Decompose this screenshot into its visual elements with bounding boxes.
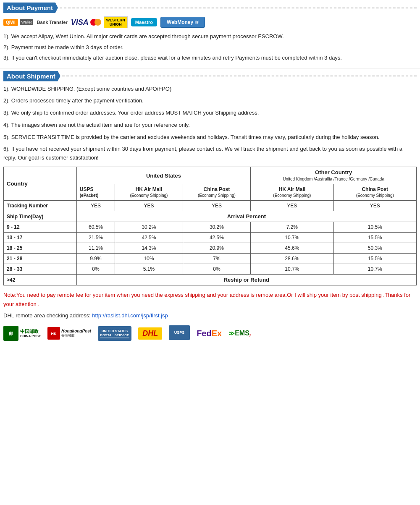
- col-us: United States: [76, 167, 250, 184]
- percent-cell: 10.7%: [333, 264, 416, 275]
- svg-text:HK: HK: [51, 332, 57, 336]
- percent-cell: 10.7%: [251, 264, 333, 275]
- qiwi-wallet-label: Wallet: [20, 19, 34, 25]
- percent-cell: 30.2%: [115, 222, 183, 233]
- us-method-col: China Post(Economy Shipping): [183, 184, 250, 201]
- tracking-label: Tracking Number: [4, 201, 77, 211]
- fedex-ex: Ex: [212, 329, 222, 338]
- payment-header-line: [60, 8, 417, 8]
- usps-eagle-svg: USPS: [169, 325, 190, 340]
- payment-header-label: About Payment: [3, 3, 58, 13]
- shipment-text-1: 1). WORLDWIDE SHIPPING. (Except some cou…: [3, 85, 417, 94]
- shipping-table: Country United States Other Country Unit…: [3, 167, 417, 285]
- bottom-logos: 邮 中国邮政 CHINA POST HK HongkongPost 香港郵政 U…: [3, 324, 417, 343]
- shipment-section: About Shipment 1). WORLDWIDE SHIPPING. (…: [0, 68, 420, 347]
- table-row: >42Reship or Refund: [4, 275, 417, 285]
- ems-logo: ≫EMS,: [228, 330, 251, 337]
- us-method-col: USPS(ePacket): [76, 184, 115, 201]
- days-cell: 13 - 17: [4, 233, 77, 243]
- qiwi-icon: QIWI: [3, 19, 18, 26]
- shiptime-label: Ship Time(Day): [4, 211, 77, 222]
- chinapost-logo: 邮 中国邮政 CHINA POST: [3, 326, 41, 341]
- arrival-percent-label: Arrival Percent: [76, 211, 416, 222]
- svg-text:USPS: USPS: [174, 330, 185, 335]
- webmoney-logo: WebMoney ≋: [160, 17, 205, 28]
- bank-transfer-logo: Bank Transfer: [37, 20, 67, 25]
- usps-logo: UNITED STATES POSTAL SERVICE: [98, 326, 131, 341]
- svg-text:邮: 邮: [9, 331, 13, 336]
- svg-text:UNITED STATES: UNITED STATES: [102, 329, 128, 333]
- shipment-text-6: 6). If you have not received your shipme…: [3, 145, 417, 162]
- table-row: 28 - 330%5.1%0%10.7%10.7%: [4, 264, 417, 275]
- fedex-fe: Fed: [197, 329, 212, 338]
- percent-cell: 0%: [183, 264, 250, 275]
- mastercard-logo: [90, 18, 102, 26]
- percent-cell: 21.5%: [76, 233, 115, 243]
- percent-cell: 14.3%: [115, 243, 183, 254]
- percent-cell: 15.5%: [333, 254, 416, 264]
- table-row: 9 - 1260.5%30.2%30.2%7.2%10.5%: [4, 222, 417, 233]
- col-other: Other Country United Kingdom /Australlia…: [251, 167, 417, 184]
- percent-cell: 10.5%: [333, 222, 416, 233]
- note-text: Note:You need to pay remote fee for your…: [3, 290, 417, 309]
- col-country: Country: [4, 167, 77, 201]
- shipment-text: 1). WORLDWIDE SHIPPING. (Except some cou…: [3, 85, 417, 163]
- dhl-link-text: DHL remote area checking address: http:/…: [3, 312, 417, 319]
- tracking-value: YES: [183, 201, 250, 211]
- payment-text-3: 3). If you can't checkout immediately af…: [3, 54, 417, 62]
- shipment-text-5: 5). SERVICE TRANSIT TIME is provided by …: [3, 133, 417, 142]
- percent-cell: 10%: [115, 254, 183, 264]
- percent-cell: 15.5%: [333, 233, 416, 243]
- shipment-text-3: 3). We only ship to confirmed order addr…: [3, 109, 417, 118]
- reship-cell: Reship or Refund: [76, 275, 416, 285]
- percent-cell: 28.6%: [251, 254, 333, 264]
- percent-cell: 7.2%: [251, 222, 333, 233]
- days-cell: 9 - 12: [4, 222, 77, 233]
- percent-cell: 20.9%: [183, 243, 250, 254]
- western-union-logo: WESTERNUNION: [104, 16, 128, 28]
- payment-text: 1). We accept Alipay, West Union. All ma…: [3, 32, 417, 62]
- shipment-header-line: [62, 76, 417, 76]
- tracking-value: YES: [251, 201, 333, 211]
- dhl-url[interactable]: http://raslist.dhl.com/jsp/first.jsp: [92, 312, 168, 319]
- us-method-col: HK Air Mail(Economy Shipping): [115, 184, 183, 201]
- percent-cell: 7%: [183, 254, 250, 264]
- payment-text-1: 1). We accept Alipay, West Union. All ma…: [3, 32, 417, 41]
- qiwi-logo-group: QIWI Wallet: [3, 19, 33, 26]
- hkpost-icon-svg: HK: [47, 327, 60, 340]
- hkpost-logo: HK HongkongPost 香港郵政: [47, 327, 91, 340]
- percent-cell: 0%: [76, 264, 115, 275]
- visa-logo: VISA: [71, 18, 89, 27]
- percent-cell: 11.1%: [76, 243, 115, 254]
- payment-logos: QIWI Wallet Bank Transfer VISA WESTERNUN…: [3, 16, 417, 28]
- percent-cell: 42.5%: [115, 233, 183, 243]
- percent-cell: 10.7%: [251, 233, 333, 243]
- hkpost-label: HongkongPost 香港郵政: [61, 329, 91, 338]
- other-method-col: HK Air Mail(Economy Shipping): [251, 184, 333, 201]
- percent-cell: 45.6%: [251, 243, 333, 254]
- chinapost-icon-svg: 邮: [3, 326, 18, 341]
- maestro-logo: Maestro: [131, 18, 157, 26]
- tracking-value: YES: [333, 201, 416, 211]
- shipment-header: About Shipment: [3, 71, 417, 81]
- shipment-text-4: 4). The images shown are not the actual …: [3, 121, 417, 130]
- percent-cell: 60.5%: [76, 222, 115, 233]
- percent-cell: 9.9%: [76, 254, 115, 264]
- other-method-col: China Post(Economy Shipping): [333, 184, 416, 201]
- days-cell: 21 - 28: [4, 254, 77, 264]
- usps-icon-svg: UNITED STATES POSTAL SERVICE: [98, 326, 131, 341]
- percent-cell: 42.5%: [183, 233, 250, 243]
- days-cell: 18 - 25: [4, 243, 77, 254]
- days-cell: >42: [4, 275, 77, 285]
- payment-section: About Payment QIWI Wallet Bank Transfer …: [0, 0, 420, 68]
- tracking-value: YES: [115, 201, 183, 211]
- payment-header: About Payment: [3, 3, 417, 13]
- svg-text:POSTAL SERVICE: POSTAL SERVICE: [100, 333, 130, 337]
- tracking-value: YES: [76, 201, 115, 211]
- table-row: 13 - 1721.5%42.5%42.5%10.7%15.5%: [4, 233, 417, 243]
- visa-group: VISA WESTERNUNION: [71, 16, 128, 28]
- dhl-logo: DHL: [138, 327, 162, 340]
- dhl-link-label: DHL remote area checking address:: [3, 312, 92, 319]
- percent-cell: 30.2%: [183, 222, 250, 233]
- table-row: 21 - 289.9%10%7%28.6%15.5%: [4, 254, 417, 264]
